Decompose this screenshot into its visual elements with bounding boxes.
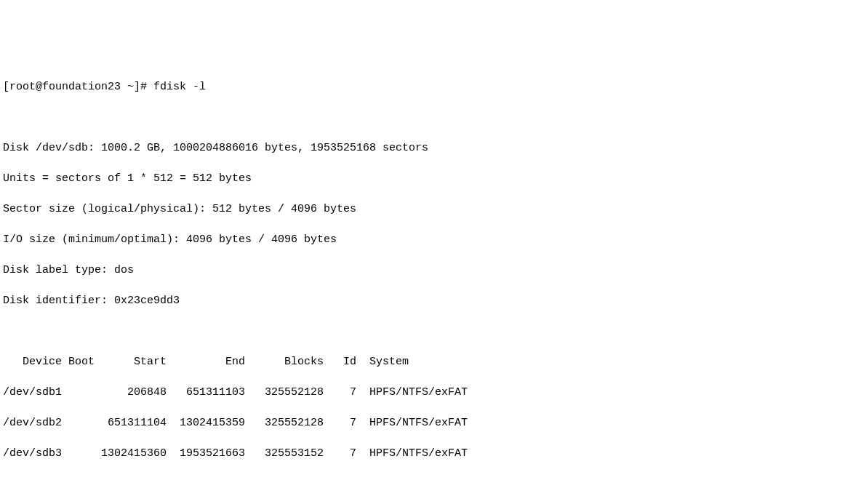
disk-header-line: Sector size (logical/physical): 512 byte… xyxy=(3,201,858,217)
partition-row: /dev/sdb1 206848 651311103 325552128 7 H… xyxy=(3,385,858,400)
partition-row: /dev/sdb2 651311104 1302415359 325552128… xyxy=(3,415,858,431)
blank-line xyxy=(3,110,858,125)
disk-header-line: Disk /dev/sdb: 1000.2 GB, 1000204886016 … xyxy=(3,140,858,156)
disk-header-line: I/O size (minimum/optimal): 4096 bytes /… xyxy=(3,232,858,247)
partition-table-header: Device Boot Start End Blocks Id System xyxy=(3,354,858,369)
blank-line xyxy=(3,324,858,339)
terminal-output: [root@foundation23 ~]# fdisk -l Disk /de… xyxy=(3,64,858,504)
command-text: fdisk -l xyxy=(153,81,206,93)
partition-row: /dev/sdb3 1302415360 1953521663 32555315… xyxy=(3,446,858,461)
shell-prompt: [root@foundation23 ~]# fdisk -l xyxy=(3,79,858,95)
disk-header-line: Disk identifier: 0x23ce9dd3 xyxy=(3,293,858,308)
disk-header-line: Disk label type: dos xyxy=(3,263,858,278)
blank-line xyxy=(3,476,858,492)
disk-header-line: Units = sectors of 1 * 512 = 512 bytes xyxy=(3,171,858,186)
prompt-text: [root@foundation23 ~]# xyxy=(3,81,153,93)
